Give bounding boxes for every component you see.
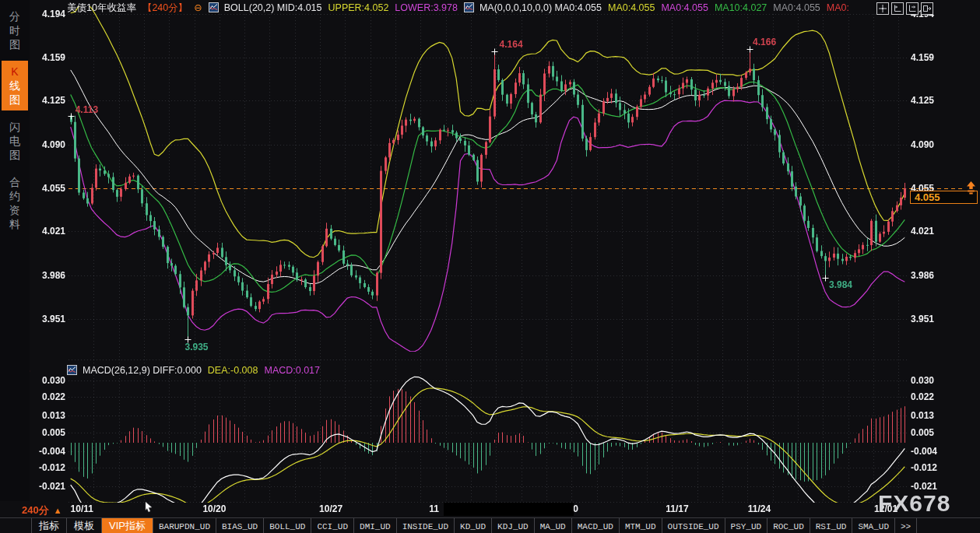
main-ytick-right: 4.159: [911, 52, 934, 63]
sidebar-tab-4[interactable]: 合约资料: [2, 171, 28, 235]
price-marker-4166: 4.166: [753, 37, 776, 47]
x-tick-1027: 10/27: [319, 503, 342, 514]
bottom-tab-17[interactable]: RSI_UD: [810, 518, 853, 533]
ma-readout-white: MA(0,0,0,10,0,0) MA0:4.055: [479, 2, 602, 13]
bottom-tab-1[interactable]: 模板: [67, 518, 102, 533]
macd-diff-readout: MACD(26,12,9) DIFF:0.000: [83, 365, 202, 376]
chart-stage: 分时图K线图闪电图合约资料 美债10年收益率【240分】⊖BOLL(20,2) …: [0, 0, 980, 533]
main-ytick-left: 4.159: [30, 52, 65, 63]
bottom-tab-2[interactable]: VIP指标: [102, 518, 153, 533]
period-label[interactable]: 240分▲: [22, 503, 62, 517]
boll-mid-readout: BOLL(20,2) MID:4.015: [224, 2, 322, 13]
macd-ytick-right: -0.012: [911, 462, 937, 473]
x-tick-0: 0: [573, 503, 578, 514]
ma-readout-yellow: MA0:4.055: [608, 2, 655, 13]
sidebar-tab-2[interactable]: K线图: [2, 61, 28, 110]
measure-tool-icon[interactable]: [891, 2, 904, 15]
x-tick-1124: 11/24: [748, 503, 771, 514]
sidebar: 分时图K线图闪电图合约资料: [0, 0, 30, 501]
bottom-tab-8[interactable]: INSIDE_UD: [397, 518, 455, 533]
price-chart-canvas[interactable]: [0, 0, 980, 533]
bottom-tab-11[interactable]: MA_UD: [535, 518, 572, 533]
crosshair-tool-icon[interactable]: [876, 2, 889, 15]
period-up-triangle-icon: ▲: [54, 506, 62, 515]
ma-chart-icon[interactable]: [464, 2, 474, 15]
x-axis[interactable]: 240分▲ 10/1110/2010/2711011/1711/2412/01: [0, 501, 980, 517]
main-ytick-left: 3.951: [30, 314, 65, 324]
zoom-tool-icon[interactable]: [906, 2, 919, 15]
pan-right-tool-icon[interactable]: [921, 2, 933, 15]
bottom-tab-13[interactable]: MTM_UD: [620, 518, 662, 533]
collapse-icon[interactable]: ⊖: [194, 2, 202, 13]
macd-ytick-left: -0.021: [30, 481, 65, 492]
x-tick-1117: 11/17: [666, 503, 688, 514]
main-ytick-right: 4.090: [911, 139, 934, 150]
boll-upper-readout: UPPER:4.052: [328, 2, 389, 13]
price-marker-4113: 4.113: [76, 104, 98, 115]
main-ytick-left: 4.194: [30, 9, 65, 19]
macd-ytick-left: 0.022: [30, 391, 65, 402]
bottom-tab-15[interactable]: PSY_UD: [725, 518, 768, 533]
ma-readout-magenta: MA0:4.055: [661, 2, 708, 13]
bottom-tab-5[interactable]: BOLL_UD: [264, 518, 311, 533]
x-tick-1011: 10/11: [71, 503, 93, 514]
boll-chart-icon[interactable]: [209, 2, 219, 15]
mouse-cursor-icon: [143, 501, 153, 513]
bottom-tab-14[interactable]: OUTSIDE_UD: [662, 518, 725, 533]
bottom-tab-3[interactable]: BARUPDN_UD: [153, 518, 216, 533]
macd-ytick-right: 0.022: [911, 391, 934, 402]
price-up-arrow-icon: [965, 181, 977, 195]
bottom-tab-bar: 指标模板VIP指标BARUPDN_UDBIAS_UDBOLL_UDCCI_UDD…: [0, 517, 980, 533]
main-ytick-left: 4.125: [30, 95, 65, 106]
price-marker-3984: 3.984: [829, 279, 852, 290]
macd-ytick-left: 0.030: [30, 375, 65, 386]
bottom-tab-4[interactable]: BIAS_UD: [216, 518, 264, 533]
price-marker-4164: 4.164: [500, 39, 523, 50]
main-ytick-right: 3.951: [911, 314, 934, 324]
macd-ytick-right: 0.013: [911, 410, 934, 421]
main-ytick-right: 4.021: [911, 226, 934, 237]
bottom-tab-10[interactable]: KDJ_UD: [492, 518, 535, 533]
macd-ytick-right: 0.030: [911, 375, 934, 386]
boll-lower-readout: LOWER:3.978: [395, 2, 458, 13]
bottom-tab-16[interactable]: ROC_UD: [767, 518, 810, 533]
bottom-tab-9[interactable]: KD_UD: [455, 518, 492, 533]
main-ytick-left: 4.021: [30, 226, 65, 237]
macd-ytick-left: -0.012: [30, 462, 65, 473]
period-text: 240分: [22, 504, 49, 516]
ma-readout-gray: MA0:4.055: [773, 2, 820, 13]
macd-ytick-left: 0.013: [30, 410, 65, 421]
bottom-tab-6[interactable]: CCI_UD: [311, 518, 354, 533]
instrument-title: 美债10年收益率: [67, 2, 136, 13]
macd-header: MACD(26,12,9) DIFF:0.000DEA:-0.008MACD:0…: [67, 365, 326, 377]
main-ytick-left: 3.986: [30, 270, 65, 281]
macd-ytick-right: -0.004: [911, 446, 937, 457]
bottom-tab-7[interactable]: DMI_UD: [354, 518, 397, 533]
ma10-readout: MA10:4.027: [715, 2, 767, 13]
toolbar-icons: [876, 2, 933, 15]
x-tick-1020: 10/20: [202, 503, 226, 514]
sidebar-tab-3[interactable]: 闪电图: [2, 116, 28, 166]
bottom-tab-19[interactable]: >>: [895, 518, 917, 533]
watermark: FX678: [878, 490, 950, 517]
bottom-tab-0[interactable]: 指标: [31, 518, 67, 533]
macd-dea-readout: DEA:-0.008: [208, 365, 258, 376]
bottom-tab-18[interactable]: SMA_UD: [852, 518, 895, 533]
price-marker-3935: 3.935: [184, 342, 208, 352]
main-ytick-left: 4.090: [30, 139, 65, 150]
redaction-box: [444, 503, 574, 516]
macd-ytick-left: -0.004: [30, 446, 65, 457]
sidebar-tab-1[interactable]: 分时图: [2, 5, 28, 55]
indicator-header: 美债10年收益率【240分】⊖BOLL(20,2) MID:4.015UPPER…: [67, 2, 855, 14]
main-ytick-left: 4.055: [30, 183, 65, 194]
macd-ytick-left: 0.005: [30, 427, 65, 438]
x-tick-11: 11: [429, 503, 439, 514]
main-ytick-right: 4.125: [911, 95, 934, 106]
main-ytick-right: 3.986: [911, 270, 934, 281]
period-badge: 【240分】: [142, 2, 188, 13]
macd-readout: MACD:0.017: [264, 365, 320, 376]
macd-ytick-right: 0.005: [911, 427, 934, 438]
bottom-tab-12[interactable]: MACD_UD: [572, 518, 620, 533]
macd-chart-icon[interactable]: [67, 365, 77, 377]
ma-readout-red: MA0:: [827, 2, 849, 13]
